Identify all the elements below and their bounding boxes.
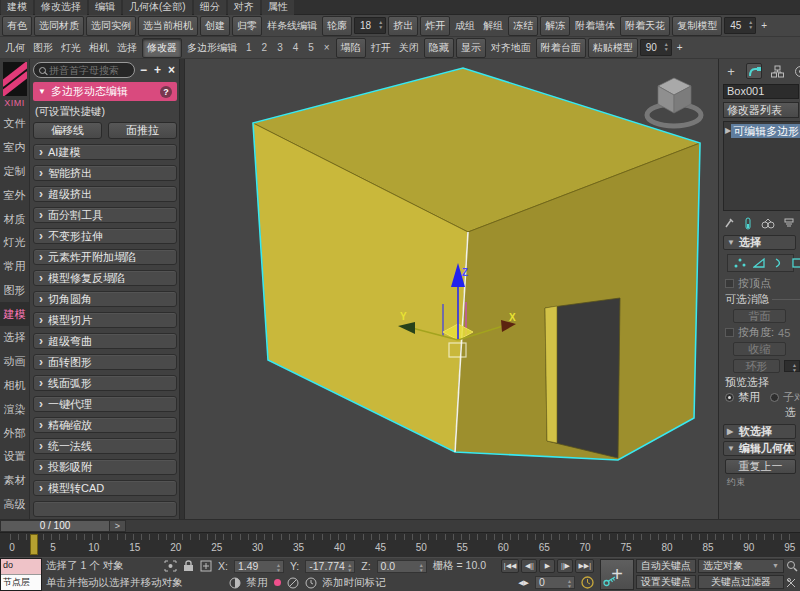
tool-rollout[interactable]: › 超级弯曲: [33, 333, 177, 349]
sidebar-category[interactable]: 渲染: [0, 397, 29, 421]
close-button[interactable]: ×: [166, 63, 177, 77]
toolbar-button[interactable]: 3: [273, 40, 287, 55]
show-end-result-icon[interactable]: [743, 217, 753, 230]
toolbar-button[interactable]: 图形: [30, 39, 56, 57]
sidebar-category[interactable]: 建模: [0, 302, 29, 326]
add-time-tag[interactable]: 添加时间标记: [323, 576, 386, 590]
checkbox-icon[interactable]: [725, 279, 734, 288]
toolbar-button[interactable]: 选同材质: [34, 16, 84, 36]
current-frame-field[interactable]: 0: [535, 576, 575, 589]
rollout-header-active[interactable]: ▼ 多边形动态编辑 ?: [33, 82, 177, 101]
sidebar-category[interactable]: 动画: [0, 350, 29, 374]
playback-button[interactable]: ▶: [539, 559, 555, 573]
viewport[interactable]: Z X Y: [185, 59, 718, 519]
soft-selection-rollout-header[interactable]: ▶ 软选择: [723, 424, 796, 439]
listener-macro-line[interactable]: do: [1, 559, 41, 574]
toolbar-button[interactable]: 隐藏: [424, 38, 454, 58]
toolbar-button[interactable]: 几何: [2, 39, 28, 57]
tool-rollout[interactable]: › 智能挤出: [33, 165, 177, 181]
sidebar-category[interactable]: 高级: [0, 493, 29, 517]
tool-rollout[interactable]: › 统一法线: [33, 438, 177, 454]
menu-item[interactable]: 属性: [262, 0, 294, 15]
time-slider-track[interactable]: [126, 520, 800, 532]
auto-key-button[interactable]: 自动关键点: [636, 559, 696, 573]
hierarchy-tab-icon[interactable]: [769, 63, 785, 79]
toolbar-button[interactable]: 选择: [114, 39, 140, 57]
remove-modifier-icon[interactable]: [783, 217, 795, 230]
isolate-selection-icon[interactable]: [164, 560, 177, 572]
tool-rollout[interactable]: › 线面弧形: [33, 375, 177, 391]
panel-scrollbar[interactable]: [179, 59, 184, 519]
tool-rollout[interactable]: › 超级挤出: [33, 186, 177, 202]
tool-rollout[interactable]: › 面分割工具: [33, 207, 177, 223]
key-filters-button[interactable]: 关键点过滤器: [698, 575, 784, 589]
sidebar-category[interactable]: 相机: [0, 374, 29, 398]
help-icon[interactable]: ?: [160, 86, 172, 98]
motion-tab-icon[interactable]: [792, 63, 800, 79]
toolbar-button[interactable]: 5: [304, 40, 318, 55]
adaptive-degradation-icon[interactable]: [229, 577, 241, 589]
border-mode-icon[interactable]: [772, 257, 784, 269]
radio-subobject-icon[interactable]: [770, 393, 779, 402]
x-coord-field[interactable]: 1.49: [234, 560, 284, 573]
by-vertex-checkbox[interactable]: 按顶点: [725, 276, 800, 291]
menu-item[interactable]: 几何体(全部): [123, 0, 192, 15]
angle-value[interactable]: 45: [778, 327, 790, 339]
toolbar-button[interactable]: 灯光: [58, 39, 84, 57]
tool-rollout[interactable]: › AI建模: [33, 144, 177, 160]
frame-nav-buttons[interactable]: ◀▶: [518, 579, 529, 587]
selection-rollout-header[interactable]: ▼ 选择: [723, 235, 796, 250]
toolbar-button[interactable]: 归零: [232, 16, 262, 36]
z-coord-field[interactable]: 0.0: [377, 560, 427, 573]
tool-rollout[interactable]: › 一键代理: [33, 396, 177, 412]
toolbar-button[interactable]: 有色: [2, 16, 32, 36]
toolbar-button[interactable]: 修改器: [142, 38, 182, 58]
toolbar-button[interactable]: 选当前相机: [138, 16, 198, 36]
tool-rollout-partial[interactable]: [33, 501, 177, 517]
toolbar-button[interactable]: 选同实例: [86, 16, 136, 36]
toolbar-button[interactable]: 多边形编辑: [184, 39, 240, 57]
menu-item[interactable]: 修改选择: [35, 0, 87, 15]
toolbar-button[interactable]: +: [674, 40, 686, 55]
tool-rollout[interactable]: › 切角圆角: [33, 291, 177, 307]
tool-rollout[interactable]: › 投影吸附: [33, 459, 177, 475]
sidebar-category[interactable]: 定制: [0, 160, 29, 184]
playback-button[interactable]: |◀◀: [501, 559, 520, 573]
shrink-button[interactable]: 收缩: [733, 342, 786, 356]
toolbar-button[interactable]: 解组: [480, 17, 506, 35]
polygon-mode-icon[interactable]: [791, 257, 800, 269]
make-unique-icon[interactable]: [761, 217, 775, 230]
toolbar-button[interactable]: 附着台面: [536, 38, 586, 58]
toolbar-button[interactable]: 45: [724, 17, 756, 34]
box-model[interactable]: [253, 68, 700, 460]
selection-set-dropdown[interactable]: 选定对象 ▼: [698, 559, 784, 573]
toolbar-button[interactable]: 成组: [452, 17, 478, 35]
set-key-button[interactable]: 设置关键点: [636, 575, 696, 589]
slash-circle-icon[interactable]: [287, 577, 299, 589]
ring-spinner[interactable]: [784, 360, 800, 372]
menu-item[interactable]: 对齐: [228, 0, 260, 15]
sidebar-category[interactable]: 材质: [0, 207, 29, 231]
modify-tab-icon[interactable]: [746, 63, 762, 79]
edit-geometry-rollout-header[interactable]: ▼ 编辑几何体: [723, 441, 796, 456]
toolbar-button[interactable]: 相机: [86, 39, 112, 57]
trim-icon[interactable]: [786, 577, 798, 589]
sidebar-category[interactable]: 室内: [0, 136, 29, 160]
tool-rollout[interactable]: › 模型切片: [33, 312, 177, 328]
sidebar-category[interactable]: 图形: [0, 278, 29, 302]
menu-item[interactable]: 细分: [194, 0, 226, 15]
pin-stack-icon[interactable]: [723, 217, 735, 230]
tool-rollout[interactable]: › 元素炸开附加塌陷: [33, 249, 177, 265]
toolbar-button[interactable]: 粘贴模型: [588, 38, 638, 58]
search-box[interactable]: [33, 62, 135, 78]
sidebar-category[interactable]: 文件: [0, 112, 29, 136]
time-slider-handle[interactable]: 0 / 100: [0, 520, 110, 532]
backface-button[interactable]: 背面: [733, 309, 786, 323]
toolbar-button[interactable]: 附着墙体: [572, 17, 618, 35]
search-input[interactable]: [49, 65, 129, 76]
set-key-big-button[interactable]: +: [600, 559, 634, 590]
toolbar-button[interactable]: 附着天花: [620, 16, 670, 36]
edge-mode-icon[interactable]: [753, 257, 765, 269]
vertex-mode-icon[interactable]: [734, 257, 746, 269]
stack-item[interactable]: ▶ 可编辑多边形: [725, 123, 799, 138]
